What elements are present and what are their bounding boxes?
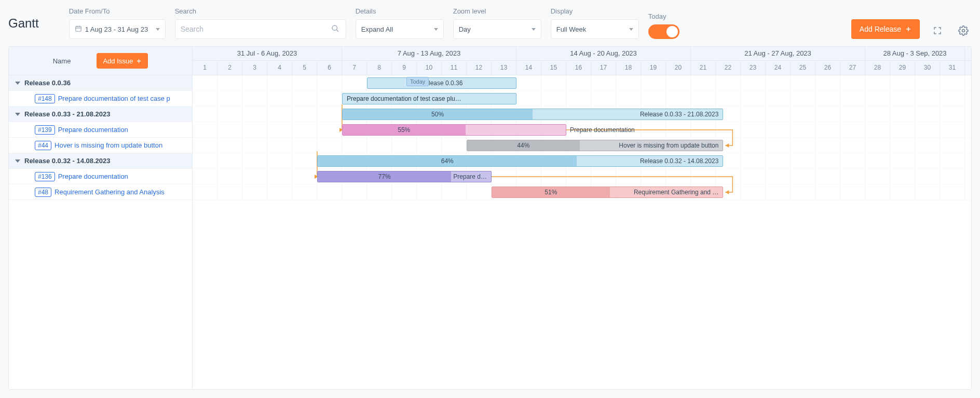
tree-group-row[interactable]: Release 0.0.33 - 21.08.2023 [9, 107, 192, 122]
week-header: 21 Aug - 27 Aug, 2023 [691, 47, 865, 60]
gantt-bar[interactable]: Prepare documentation of test case plu… [342, 93, 516, 104]
tree-label: Release 0.0.32 - 14.08.2023 [24, 157, 111, 165]
issue-tag[interactable]: #136 [35, 172, 55, 181]
progress-label: 50% [343, 111, 533, 118]
day-header: 13 [492, 61, 516, 75]
day-header: 31 [940, 61, 965, 75]
issue-tag[interactable]: #48 [35, 188, 51, 197]
task-tree-panel: Name Add Issue Release 0.0.36#148Prepare… [9, 47, 193, 389]
search-label: Search [175, 7, 346, 15]
gantt-bar[interactable]: 50%Release 0.0.33 - 21.08.2023 [342, 109, 723, 120]
day-header: 16 [566, 61, 591, 75]
add-release-button[interactable]: Add Release [851, 19, 920, 39]
day-header: 26 [815, 61, 840, 75]
day-header: 20 [666, 61, 691, 75]
gantt-bar[interactable]: 77%Prepare d… [317, 171, 492, 182]
today-toggle[interactable] [648, 24, 679, 39]
svg-rect-0 [75, 26, 81, 31]
chart-body[interactable]: Release 0.0.36TodayPrepare documentation… [193, 75, 971, 200]
add-issue-button[interactable]: Add Issue [97, 53, 148, 69]
issue-tag[interactable]: #139 [35, 125, 55, 135]
toolbar: Gantt Date From/To 1 Aug 23 - 31 Aug 23 … [0, 0, 980, 46]
day-header: 21 [691, 61, 716, 75]
chart-row: 77%Prepare d… [193, 169, 971, 184]
chevron-down-icon [532, 28, 536, 31]
gantt-bar[interactable]: 51%Requirement Gathering and … [492, 187, 723, 198]
search-icon[interactable] [331, 24, 339, 34]
tree-label: Prepare documentation [58, 126, 128, 134]
day-header: 2 [217, 61, 242, 75]
tree-group-row[interactable]: Release 0.0.36 [9, 75, 192, 91]
page-title: Gantt [8, 16, 39, 31]
day-header: 11 [442, 61, 467, 75]
chart-row: Release 0.0.36Today [193, 75, 971, 91]
chart-row: 55%Prepare documentation [193, 122, 971, 138]
tree-label: Prepare documentation [58, 173, 128, 180]
bar-label: Release 0.0.33 - 21.08.2023 [640, 111, 723, 118]
bar-label: Release 0.0.36 [367, 79, 516, 87]
fullscreen-button[interactable] [929, 22, 946, 39]
today-label: Today [648, 12, 679, 20]
day-header: 30 [915, 61, 940, 75]
day-header: 6 [317, 61, 342, 75]
progress-label: 77% [318, 173, 451, 180]
gantt-container: Name Add Issue Release 0.0.36#148Prepare… [8, 46, 972, 390]
gantt-bar[interactable]: Release 0.0.36 [367, 77, 516, 89]
chart-row: 44%Hover is missing from update button [193, 138, 971, 153]
tree-item-row[interactable]: #139Prepare documentation [9, 122, 192, 138]
display-select[interactable]: Full Week [551, 19, 639, 39]
settings-button[interactable] [955, 22, 972, 39]
collapse-icon[interactable] [15, 113, 20, 116]
svg-point-1 [332, 25, 337, 30]
progress-label: 51% [492, 189, 610, 196]
week-header: 28 Aug - 3 Sep, 2023 [865, 47, 965, 60]
tree-item-row[interactable]: #44Hover is missing from update button [9, 138, 192, 153]
day-header: 22 [716, 61, 741, 75]
day-header: 25 [791, 61, 815, 75]
gear-icon [958, 25, 969, 36]
day-header: 7 [342, 61, 367, 75]
search-input[interactable] [181, 25, 341, 33]
gantt-bar[interactable]: 64%Release 0.0.32 - 14.08.2023 [317, 155, 723, 167]
gantt-bar[interactable]: 55%Prepare documentation [342, 124, 566, 136]
timeline-header: 31 Jul - 6 Aug, 20237 Aug - 13 Aug, 2023… [193, 47, 971, 75]
bar-label: Prepare documentation [570, 126, 635, 134]
tree-header: Name Add Issue [9, 47, 192, 75]
details-label: Details [356, 7, 444, 15]
zoom-select[interactable]: Day [453, 19, 541, 39]
plus-icon [905, 26, 911, 32]
display-label: Display [551, 7, 639, 15]
issue-tag[interactable]: #44 [35, 141, 51, 150]
day-header: 29 [890, 61, 915, 75]
bar-label: Hover is missing from update button [619, 142, 723, 149]
tree-group-row[interactable]: Release 0.0.32 - 14.08.2023 [9, 153, 192, 169]
tree-item-row[interactable]: #148Prepare documentation of test case p [9, 91, 192, 107]
timeline-panel[interactable]: 31 Jul - 6 Aug, 20237 Aug - 13 Aug, 2023… [193, 47, 971, 389]
zoom-label: Zoom level [453, 7, 541, 15]
day-header: 17 [591, 61, 616, 75]
week-header: 31 Jul - 6 Aug, 2023 [193, 47, 342, 60]
tree-label: Release 0.0.33 - 21.08.2023 [24, 110, 111, 118]
date-label: Date From/To [69, 7, 166, 15]
progress-label: 55% [343, 126, 466, 134]
collapse-icon[interactable] [15, 82, 20, 85]
fullscreen-icon [933, 26, 942, 35]
chevron-down-icon [156, 28, 160, 31]
issue-tag[interactable]: #148 [35, 94, 55, 103]
day-header: 19 [641, 61, 666, 75]
plus-icon [136, 58, 142, 64]
chevron-down-icon [629, 28, 633, 31]
collapse-icon[interactable] [15, 160, 20, 163]
date-range-picker[interactable]: 1 Aug 23 - 31 Aug 23 [69, 19, 166, 39]
progress-label: 64% [318, 157, 577, 165]
tree-item-row[interactable]: #48Requirement Gathering and Analysis [9, 184, 192, 200]
day-header: 9 [392, 61, 417, 75]
day-header: 10 [417, 61, 442, 75]
week-header: 14 Aug - 20 Aug, 2023 [516, 47, 691, 60]
day-header: 5 [292, 61, 317, 75]
date-value: 1 Aug 23 - 31 Aug 23 [85, 25, 148, 33]
tree-item-row[interactable]: #136Prepare documentation [9, 169, 192, 184]
day-header: 14 [516, 61, 541, 75]
gantt-bar[interactable]: 44%Hover is missing from update button [467, 140, 723, 151]
details-select[interactable]: Expand All [356, 19, 444, 39]
